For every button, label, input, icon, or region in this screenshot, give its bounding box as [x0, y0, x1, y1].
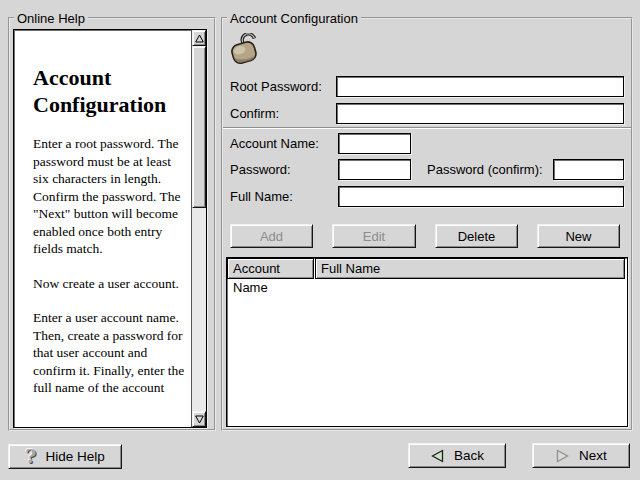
back-button[interactable]: Back [408, 443, 506, 468]
confirm-password-input[interactable] [336, 103, 624, 124]
back-label: Back [454, 448, 484, 463]
padlock-icon [227, 33, 265, 67]
root-password-label: Root Password: [230, 76, 322, 97]
help-paragraph: Enter a user account name. Then, create … [33, 309, 189, 397]
column-header-account-name[interactable]: Account Name [227, 258, 314, 279]
help-text: Account Configuration Enter a root passw… [14, 30, 191, 427]
help-paragraph: Now create a user account. [33, 275, 189, 293]
add-button[interactable]: Add [230, 224, 313, 248]
account-name-input[interactable] [338, 133, 411, 154]
root-password-input[interactable] [336, 76, 624, 97]
help-viewport: Account Configuration Enter a root passw… [13, 29, 207, 428]
online-help-frame-label: Online Help [14, 11, 88, 26]
password-label: Password: [230, 159, 291, 180]
account-configuration-frame-label: Account Configuration [227, 11, 361, 26]
password-confirm-input[interactable] [553, 159, 624, 180]
triangle-up-icon [195, 34, 204, 43]
help-scrollbar[interactable] [191, 30, 206, 427]
scroll-down-button[interactable] [192, 411, 206, 427]
hide-help-button[interactable]: ? Hide Help [8, 444, 122, 469]
scrollbar-thumb[interactable] [192, 46, 206, 208]
help-paragraph: Enter a root password. The password must… [33, 135, 189, 258]
edit-button[interactable]: Edit [332, 224, 416, 248]
next-arrow-icon [555, 449, 570, 463]
account-name-label: Account Name: [230, 133, 319, 154]
user-account-list[interactable]: Account Name Full Name [226, 257, 628, 427]
password-confirm-label: Password (confirm): [427, 159, 543, 180]
scroll-up-button[interactable] [192, 30, 206, 46]
full-name-label: Full Name: [230, 186, 293, 207]
question-mark-icon: ? [25, 447, 36, 466]
full-name-input[interactable] [338, 186, 624, 207]
password-input[interactable] [338, 159, 411, 180]
delete-button[interactable]: Delete [435, 224, 518, 248]
next-button[interactable]: Next [532, 443, 630, 468]
hide-help-label: Hide Help [45, 449, 104, 464]
column-header-full-name[interactable]: Full Name [315, 258, 625, 279]
installer-window: Online Help Account Configuration Enter … [0, 0, 640, 480]
separator [223, 127, 631, 129]
help-heading: Account Configuration [33, 64, 185, 118]
back-arrow-icon [430, 449, 445, 463]
confirm-label: Confirm: [230, 103, 279, 124]
next-label: Next [579, 448, 607, 463]
new-button[interactable]: New [537, 224, 620, 248]
list-header: Account Name Full Name [227, 258, 627, 279]
triangle-down-icon [195, 415, 204, 424]
